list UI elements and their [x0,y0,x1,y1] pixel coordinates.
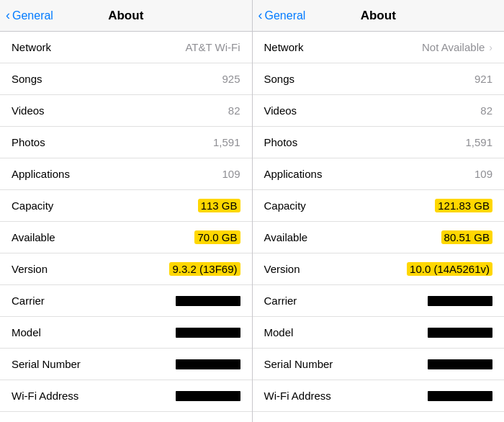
row-value: 109 [222,168,240,180]
panel-left: ‹GeneralAboutNetworkAT&T Wi-FiSongs925Vi… [0,0,253,422]
row-value: 1,591 [465,136,492,148]
table-row: NetworkAT&T Wi-Fi [0,32,252,63]
row-label: Songs [12,73,42,85]
row-label: Serial Number [12,358,81,370]
row-value [176,391,240,401]
row-label: Available [12,231,55,243]
row-label: Wi-Fi Address [12,390,78,402]
row-value [176,296,240,306]
row-label: Network [12,41,51,53]
row-label: Carrier [264,295,297,307]
row-label: Songs [264,73,295,85]
table-row: Carrier [253,285,505,317]
row-value: 82 [228,104,240,117]
table-row: Carrier [0,285,252,317]
table-row: Songs925 [0,63,252,95]
row-value: 109 [474,168,492,180]
table-row: Version10.0 (14A5261v) [253,253,505,285]
nav-bar: ‹GeneralAbout [253,0,505,32]
row-value: 10.0 (14A5261v) [407,262,492,276]
rows-list: NetworkAT&T Wi-FiSongs925Videos82Photos1… [0,32,252,422]
row-value: AT&T Wi-Fi [185,41,240,53]
redacted-value [428,328,492,338]
redacted-value [176,359,240,369]
nav-title: About [108,9,143,23]
row-value: Not Available› [422,41,492,53]
row-value: 113 GB [198,199,240,212]
table-row: Capacity121.83 GB [253,190,505,222]
row-value: 70.0 GB [194,230,240,244]
table-row: Serial Number [0,349,252,380]
table-row: Capacity113 GB [0,190,252,222]
row-value [428,296,492,306]
back-label: General [265,9,306,22]
row-label: Version [264,263,300,275]
table-row: Bluetooth [253,412,505,422]
row-label: Photos [12,136,45,148]
row-label: Model [12,326,41,338]
row-label: Serial Number [264,358,333,370]
table-row: Videos82 [0,95,252,127]
back-button[interactable]: ‹General [258,8,306,23]
row-value: 82 [480,104,492,117]
chevron-right-icon[interactable]: › [489,42,492,53]
table-row: Applications109 [0,158,252,190]
row-value [176,359,240,369]
row-label: Carrier [12,295,45,307]
row-label: Applications [12,168,70,180]
row-label: Photos [264,136,298,148]
value-text: Not Available [422,41,485,53]
table-row: NetworkNot Available› [253,32,505,63]
row-label: Model [264,326,294,338]
nav-title: About [361,9,396,23]
nav-bar: ‹GeneralAbout [0,0,252,32]
table-row: Wi-Fi Address [253,380,505,412]
row-label: Version [12,263,48,275]
redacted-value [428,296,492,306]
row-value [176,328,240,338]
table-row: Model [253,317,505,349]
table-row: Available80.51 GB [253,222,505,253]
table-row: Version9.3.2 (13F69) [0,253,252,285]
table-row: Songs921 [253,63,505,95]
table-row: Bluetooth [0,412,252,422]
chevron-left-icon: ‹ [6,8,10,23]
table-row: Photos1,591 [0,127,252,158]
row-value: 925 [222,73,240,85]
redacted-value [176,391,240,401]
chevron-left-icon: ‹ [258,8,263,23]
row-label: Wi-Fi Address [264,390,331,402]
row-label: Videos [264,104,297,117]
table-row: Available70.0 GB [0,222,252,253]
row-value [428,328,492,338]
back-button[interactable]: ‹General [6,8,53,23]
back-label: General [12,9,53,22]
row-value: 121.83 GB [435,199,492,212]
redacted-value [176,296,240,306]
table-row: Model [0,317,252,349]
table-row: Photos1,591 [253,127,505,158]
row-value [428,391,492,401]
redacted-value [428,391,492,401]
row-label: Capacity [12,199,53,212]
row-value: 921 [474,73,492,85]
panel-right: ‹GeneralAboutNetworkNot Available›Songs9… [253,0,505,422]
table-row: Videos82 [253,95,505,127]
redacted-value [176,328,240,338]
row-label: Capacity [264,199,306,212]
rows-list: NetworkNot Available›Songs921Videos82Pho… [253,32,505,422]
row-label: Available [264,231,308,243]
table-row: Wi-Fi Address [0,380,252,412]
redacted-value [428,359,492,369]
table-row: Applications109 [253,158,505,190]
table-row: Serial Number [253,349,505,380]
row-value: 1,591 [213,136,240,148]
row-value: 80.51 GB [441,230,492,244]
row-label: Videos [12,104,45,117]
row-value [428,359,492,369]
row-label: Network [264,41,304,53]
row-value: 9.3.2 (13F69) [169,262,240,276]
row-label: Applications [264,168,323,180]
